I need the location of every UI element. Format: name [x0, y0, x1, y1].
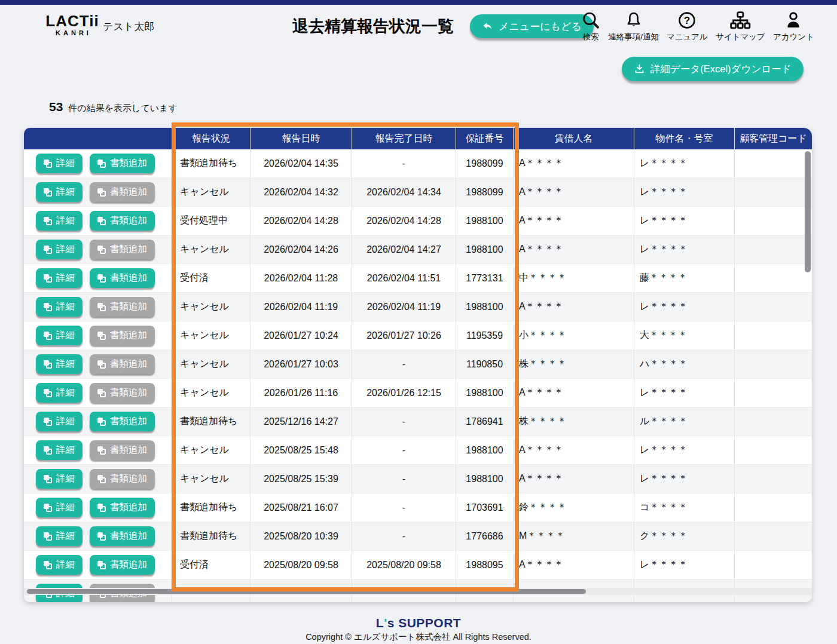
row-actions-cell: 詳細 書類追加 [24, 522, 172, 550]
add-docs-button[interactable]: 書類追加 [90, 383, 155, 403]
row-actions-cell: 詳細 書類追加 [24, 178, 172, 206]
document-icon [97, 246, 106, 254]
cell-status: キャンセル [172, 465, 250, 493]
table-row: 詳細 書類追加 キャンセル 2026/01/27 10:24 2026/01/2… [24, 321, 812, 350]
detail-button-label: 詳細 [56, 243, 75, 256]
cell-completed-datetime: 2026/01/27 10:26 [352, 321, 456, 349]
table-header-row: 報告状況 報告日時 報告完了日時 保証番号 賃借人名 物件名・号室 顧客管理コー… [24, 128, 812, 149]
detail-button[interactable]: 詳細 [36, 326, 83, 345]
vertical-scrollbar-thumb[interactable] [805, 151, 811, 272]
document-icon [97, 389, 106, 397]
add-docs-button-label: 書類追加 [110, 272, 147, 284]
cell-completed-datetime: 2026/02/04 11:19 [352, 293, 456, 321]
detail-button[interactable]: 詳細 [36, 383, 83, 403]
add-docs-button[interactable]: 書類追加 [90, 326, 155, 345]
add-docs-button[interactable]: 書類追加 [90, 268, 155, 288]
horizontal-scrollbar-thumb[interactable] [27, 589, 586, 594]
horizontal-scrollbar-track[interactable] [24, 588, 812, 595]
cell-guarantee-number: 1988100 [456, 379, 513, 407]
table-row: 詳細 書類追加 キャンセル 2026/02/04 14:26 2026/02/0… [24, 235, 812, 264]
detail-button[interactable]: 詳細 [36, 526, 83, 546]
detail-button[interactable]: 詳細 [36, 297, 83, 317]
detail-button[interactable]: 詳細 [36, 469, 83, 489]
cell-status: 書類追加待ち [172, 493, 250, 522]
cell-status: キャンセル [172, 293, 250, 321]
cell-reported-datetime: 2026/01/27 10:03 [250, 350, 352, 378]
add-docs-button-label: 書類追加 [110, 300, 147, 313]
excel-download-button[interactable]: 詳細データ(Excel)ダウンロード [622, 57, 804, 81]
add-docs-button[interactable]: 書類追加 [90, 211, 155, 231]
detail-button[interactable]: 詳細 [36, 555, 83, 575]
detail-button[interactable]: 詳細 [36, 412, 83, 431]
nav-item-sitemap[interactable]: サイトマップ [716, 10, 765, 42]
row-actions-cell: 詳細 書類追加 [24, 379, 172, 407]
footer-logo-l: L [376, 616, 384, 630]
table-row: 詳細 書類追加 キャンセル 2026/02/04 11:19 2026/02/0… [24, 293, 812, 321]
back-arrow-icon [482, 21, 493, 32]
row-actions-cell: 詳細 書類追加 [24, 293, 172, 321]
cell-guarantee-number: 1703691 [456, 493, 513, 522]
add-docs-button[interactable]: 書類追加 [90, 469, 155, 489]
cell-tenant-name: A＊＊＊＊ [513, 178, 634, 206]
detail-button[interactable]: 詳細 [36, 354, 83, 374]
cell-tenant-name: A＊＊＊＊ [513, 293, 634, 321]
nav-item-notifications[interactable]: 連絡事項/通知 [608, 10, 659, 42]
add-docs-button[interactable]: 書類追加 [90, 297, 155, 317]
add-docs-button[interactable]: 書類追加 [90, 526, 155, 546]
cell-reported-datetime: 2026/01/27 10:24 [250, 321, 352, 349]
nav-item-search[interactable]: 検索 [581, 10, 600, 42]
cell-guarantee-number: 1988099 [456, 178, 513, 206]
cell-reported-datetime: 2025/12/16 14:27 [250, 407, 352, 436]
cell-guarantee-number: 1988099 [456, 149, 513, 177]
document-icon [97, 418, 106, 426]
detail-button[interactable]: 詳細 [36, 240, 83, 259]
add-docs-button-label: 書類追加 [110, 473, 147, 485]
cell-guarantee-number: 1988100 [456, 207, 513, 235]
cell-property-name: レ＊＊＊＊ [634, 379, 734, 407]
detail-button[interactable]: 詳細 [36, 211, 83, 231]
cell-customer-code [734, 178, 812, 206]
detail-button[interactable]: 詳細 [36, 154, 83, 173]
document-icon [97, 360, 106, 369]
question-icon: ? [677, 10, 697, 31]
cell-status: キャンセル [172, 235, 250, 263]
cell-status: キャンセル [172, 350, 250, 378]
cell-customer-code [734, 407, 812, 436]
detail-button[interactable]: 詳細 [36, 268, 83, 288]
svg-text:?: ? [684, 14, 691, 26]
add-docs-button[interactable]: 書類追加 [90, 498, 155, 517]
nav-label-manual: マニュアル [667, 32, 708, 42]
add-docs-button[interactable]: 書類追加 [90, 555, 155, 575]
document-icon [44, 246, 52, 254]
cell-property-name: レ＊＊＊＊ [634, 436, 734, 464]
add-docs-button-label: 書類追加 [110, 157, 147, 170]
detail-button[interactable]: 詳細 [36, 498, 83, 517]
document-icon [44, 160, 52, 168]
header-status: 報告状況 [172, 128, 250, 149]
cell-completed-datetime: - [352, 407, 456, 436]
cell-completed-datetime: 2026/02/04 11:51 [352, 264, 456, 292]
nav-item-manual[interactable]: ? マニュアル [667, 10, 708, 42]
row-actions-cell: 詳細 書類追加 [24, 407, 172, 436]
add-docs-button[interactable]: 書類追加 [90, 354, 155, 374]
nav-item-account[interactable]: アカウント [773, 10, 814, 42]
document-icon [44, 475, 52, 483]
detail-button-label: 詳細 [56, 559, 75, 571]
cell-completed-datetime: - [352, 350, 456, 378]
back-to-menu-button[interactable]: メニューにもどる [470, 14, 594, 38]
detail-button[interactable]: 詳細 [36, 440, 83, 460]
cell-tenant-name: A＊＊＊＊ [513, 235, 634, 263]
cell-customer-code [734, 321, 812, 349]
detail-button[interactable]: 詳細 [36, 182, 83, 202]
table-row: 詳細 書類追加 受付済 2025/08/20 09:58 2025/08/20 … [24, 551, 812, 579]
add-docs-button[interactable]: 書類追加 [90, 182, 155, 202]
table-row: 詳細 書類追加 書類追加待ち 2025/08/21 16:07 - 170369… [24, 493, 812, 522]
nav-label-account: アカウント [773, 32, 814, 42]
cell-tenant-name: A＊＊＊＊ [513, 149, 634, 177]
report-table: 報告状況 報告日時 報告完了日時 保証番号 賃借人名 物件名・号室 顧客管理コー… [24, 128, 812, 602]
add-docs-button[interactable]: 書類追加 [90, 440, 155, 460]
add-docs-button[interactable]: 書類追加 [90, 412, 155, 431]
table-row: 詳細 書類追加 書類追加待ち 2025/08/20 10:39 - 177668… [24, 522, 812, 551]
add-docs-button[interactable]: 書類追加 [90, 240, 155, 259]
add-docs-button[interactable]: 書類追加 [90, 154, 155, 173]
